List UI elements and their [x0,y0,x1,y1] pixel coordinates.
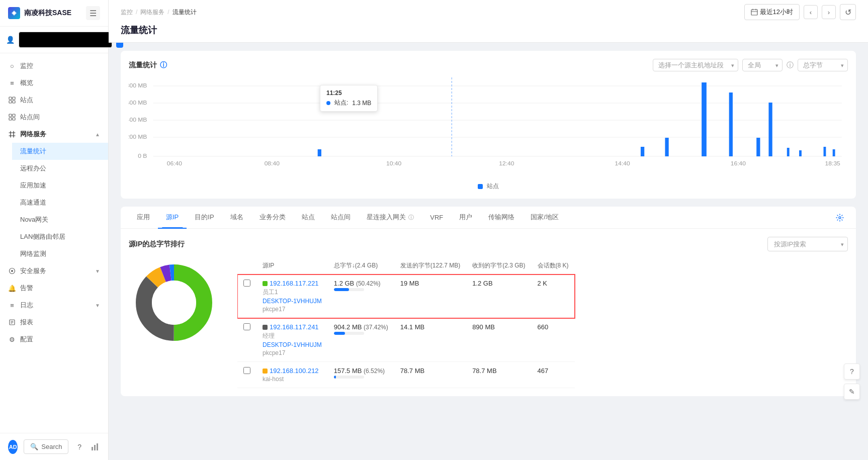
region-info-icon[interactable]: ⓘ [787,61,794,70]
sidebar-search-input[interactable] [19,32,112,48]
ip-address[interactable]: 192.168.117.221 [263,280,322,287]
footer-help-button[interactable]: ? [74,440,84,454]
tabs-bar: 应用 源IP 目的IP 域名 业务分类 站点 站点间 星连接入网关 ⓘ VRF … [121,207,856,229]
time-selector[interactable]: 最近12小时 [744,4,800,20]
sidebar-item-security[interactable]: 安全服务 ▼ [0,262,108,280]
row-sent-cell: 14.1 MB [394,318,466,362]
ip-user: kai-host [263,376,322,383]
ip-addr-text[interactable]: 192.168.100.212 [270,367,319,375]
ip-color-indicator [263,281,268,286]
bytes-value: 1.2 GB [334,280,354,287]
sidebar-item-sites-between[interactable]: 站点间 [0,109,108,126]
tab-dest-ip[interactable]: 目的IP [187,207,222,229]
tab-sites[interactable]: 站点 [294,207,323,229]
breadcrumb-item[interactable]: 网络服务 [140,8,164,17]
breadcrumb-item[interactable]: 监控 [121,8,133,17]
row-total-bytes-cell: 1.2 GB (50.42%) [328,274,394,318]
svg-text:18:35: 18:35 [825,161,840,166]
tab-app[interactable]: 应用 [129,207,158,229]
sidebar-item-app-accelerate[interactable]: 应用加速 [12,177,108,194]
svg-text:400 MB: 400 MB [129,117,147,123]
svg-rect-36 [729,93,733,156]
tab-source-ip[interactable]: 源IP [158,207,187,229]
menu-toggle-button[interactable]: ☰ [86,6,100,20]
svg-rect-12 [94,445,96,450]
chart-info-icon[interactable]: ⓘ [160,61,167,70]
svg-text:200 MB: 200 MB [129,134,147,140]
edit-side-button[interactable]: ✎ [844,384,860,400]
sidebar-item-logs[interactable]: ≡ 日志 ▼ [0,297,108,314]
sidebar-item-overview[interactable]: ≡ 概览 [0,74,108,91]
svg-rect-4 [9,114,12,117]
region-select-wrapper: 全局 [742,59,783,71]
next-time-button[interactable]: › [822,5,836,19]
ip-extra: pkcpe17 [263,306,322,313]
prev-time-button[interactable]: ‹ [804,5,818,19]
host-select[interactable]: 选择一个源主机地址段 [653,59,738,71]
sidebar-item-lan-route[interactable]: LAN侧路由邻居 [12,228,108,245]
sidebar-footer: AD 🔍 Search ? [0,433,108,460]
sidebar-item-alert[interactable]: 🔔 告警 [0,280,108,297]
monitor-icon: ○ [8,62,16,70]
svg-text:0 B: 0 B [138,153,147,159]
progress-bar-fill [334,288,349,291]
ip-addr-text[interactable]: 192.168.117.221 [270,280,319,287]
row-received-cell: 78.7 MB [466,362,531,388]
sidebar-item-remote-office[interactable]: 远程办公 [12,160,108,177]
tabs-gear-button[interactable] [832,210,848,226]
footer-chart-button[interactable] [91,440,100,454]
ip-addr-text[interactable]: 192.168.117.241 [270,323,319,331]
region-select[interactable]: 全局 [742,59,783,71]
ip-address[interactable]: 192.168.100.212 [263,367,322,375]
table-row: 192.168.100.212 kai-host 157.5 MB [237,362,575,388]
breadcrumb-row: 监控 / 网络服务 / 流量统计 最近12小时 ‹ › ↺ [121,4,856,20]
sidebar-item-network-service[interactable]: 网络服务 ▲ [0,126,108,143]
table-body: 192.168.117.221 员工1 DESKTOP-1VHHUJM pkcp… [237,274,575,388]
tab-content: 源IP的总字节排行 按源IP搜索 [121,229,856,396]
svg-text:800 MB: 800 MB [129,83,147,88]
sidebar-item-high-speed[interactable]: 高速通道 [12,194,108,211]
row-checkbox[interactable] [243,280,250,287]
sidebar-item-monitor[interactable]: ○ 监控 [0,57,108,74]
ip-cell: 192.168.117.221 员工1 DESKTOP-1VHHUJM pkcp… [263,280,322,313]
svg-text:10:40: 10:40 [386,161,401,166]
sidebar-item-config[interactable]: ⚙ 配置 [0,331,108,348]
bytes-bar-wrapper: 157.5 MB (6.52%) [334,367,388,375]
tab-vrf[interactable]: VRF [422,208,451,228]
ip-address[interactable]: 192.168.117.241 [263,323,322,331]
footer-search-button[interactable]: 🔍 Search [24,439,68,454]
content-body: 流量统计 ⓘ 选择一个源主机地址段 全局 ⓘ [109,43,868,460]
sidebar-item-network-monitor[interactable]: 网络监测 [12,245,108,262]
sidebar-item-label: 网络服务 [20,130,91,139]
sidebar-item-reports[interactable]: 报表 [0,314,108,331]
content-layout: 源IP 总字节↓(2.4 GB) 发送的字节(122.7 MB) 收到的字节(2… [129,257,848,388]
ip-hostname[interactable]: DESKTOP-1VHHUJM [263,341,322,348]
sidebar-header: 南凌科技SASE ☰ [0,0,108,27]
row-ip-cell: 192.168.117.241 经理 DESKTOP-1VHHUJM pkcpe… [256,318,328,362]
tooltip-label: 站点: [334,99,348,107]
chart-header: 流量统计 ⓘ 选择一个源主机地址段 全局 ⓘ [129,59,848,71]
tab-domain[interactable]: 域名 [222,207,251,229]
help-side-button[interactable]: ? [844,363,860,380]
tab-user[interactable]: 用户 [451,207,480,229]
sidebar-item-sites[interactable]: 站点 [0,91,108,109]
chart-tooltip: 11:25 站点: 1.3 MB [320,85,378,112]
svg-rect-1 [13,97,15,100]
progress-bar-bg [334,332,364,335]
ip-search-select[interactable]: 按源IP搜索 [767,237,848,251]
node-select[interactable]: 总字节 [798,59,848,71]
tab-sites-between[interactable]: 站点间 [323,207,359,229]
table-row: 192.168.117.241 经理 DESKTOP-1VHHUJM pkcpe… [237,318,575,362]
tab-biz-category[interactable]: 业务分类 [251,207,294,229]
refresh-button[interactable]: ↺ [840,4,856,20]
tab-star-gw[interactable]: 星连接入网关 ⓘ [359,207,422,229]
tab-transport[interactable]: 传输网络 [480,207,523,229]
row-checkbox[interactable] [243,323,250,330]
ip-hostname[interactable]: DESKTOP-1VHHUJM [263,298,322,305]
sidebar-item-traffic-stats[interactable]: 流量统计 [12,143,108,160]
sidebar-search-area: 👤 [0,27,108,53]
col-sent-bytes: 发送的字节(122.7 MB) [394,257,466,274]
sidebar-item-nova-gateway[interactable]: Nova网关 [12,211,108,228]
row-checkbox[interactable] [243,367,250,374]
tab-country[interactable]: 国家/地区 [523,207,567,229]
